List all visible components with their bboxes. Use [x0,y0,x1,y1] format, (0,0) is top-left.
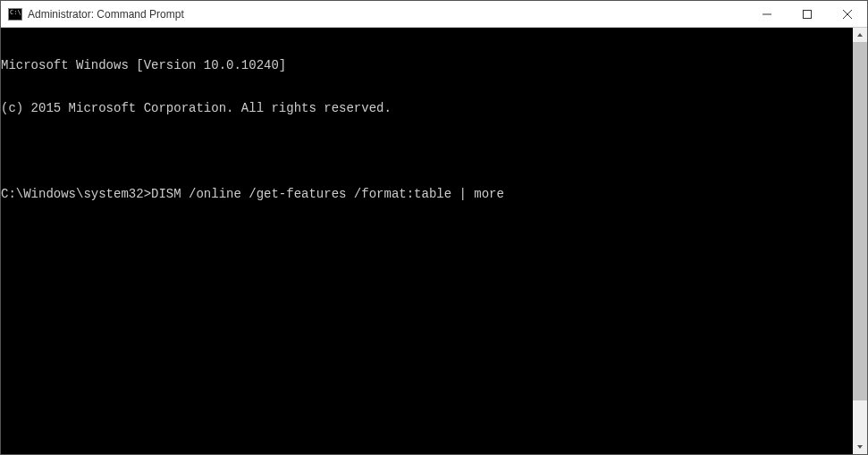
svg-marker-5 [857,445,863,449]
maximize-button[interactable] [787,1,827,27]
console-prompt-line: C:\Windows\system32>DISM /online /get-fe… [1,187,853,201]
command-prompt-window: Administrator: Command Prompt Microsoft … [0,0,868,455]
svg-rect-1 [803,10,811,18]
console-command: DISM /online /get-features /format:table… [151,187,504,201]
console-line: Microsoft Windows [Version 10.0.10240] [1,58,853,72]
console-line: (c) 2015 Microsoft Corporation. All righ… [1,101,853,115]
titlebar[interactable]: Administrator: Command Prompt [1,1,867,28]
scrollbar-up-button[interactable] [853,28,867,42]
close-button[interactable] [827,1,867,27]
svg-marker-4 [857,33,863,37]
cmd-icon [8,8,22,21]
scrollbar-track[interactable] [853,42,867,440]
scrollbar-thumb[interactable] [853,42,867,400]
window-title: Administrator: Command Prompt [28,8,746,21]
vertical-scrollbar[interactable] [853,28,867,454]
console-prompt: C:\Windows\system32> [1,187,151,201]
scrollbar-down-button[interactable] [853,440,867,454]
console-line-blank [1,144,853,158]
console-output[interactable]: Microsoft Windows [Version 10.0.10240] (… [1,28,853,454]
window-controls [746,1,867,27]
minimize-button[interactable] [746,1,787,27]
client-area: Microsoft Windows [Version 10.0.10240] (… [1,28,867,454]
